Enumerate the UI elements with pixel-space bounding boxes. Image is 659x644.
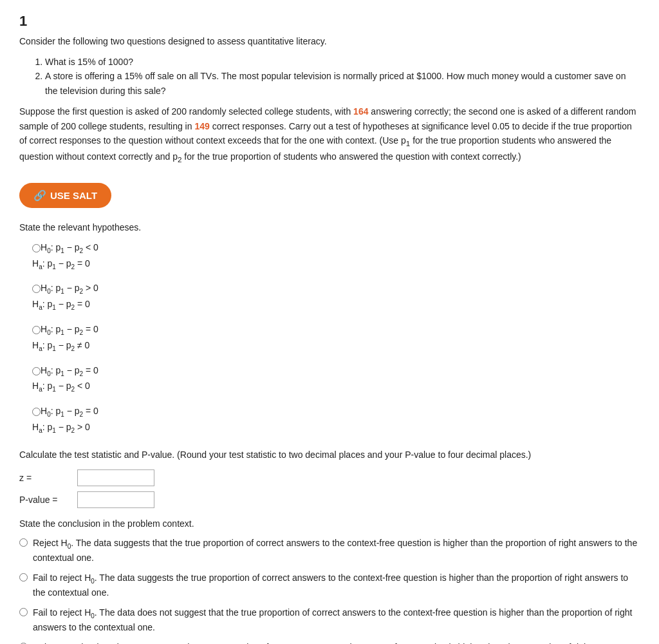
intro-text: Consider the following two questions des… xyxy=(19,35,640,48)
body-text: Suppose the first question is asked of 2… xyxy=(19,104,640,166)
hypothesis-option-2-h0: H0: p1 − p2 > 0 xyxy=(32,281,640,297)
conclusion-text-4: Reject H0. The data does not suggest the… xyxy=(33,641,640,644)
hypothesis-option-3: H0: p1 − p2 = 0 Ha: p1 − p2 ≠ 0 xyxy=(32,322,640,354)
conclusion-radio-2[interactable] xyxy=(19,573,28,582)
use-salt-button[interactable]: 🔗 USE SALT xyxy=(19,183,111,208)
list-item-2: A store is offering a 15% off sale on al… xyxy=(45,69,640,98)
conclusion-option-3: Fail to reject H0. The data does not sug… xyxy=(19,606,640,634)
z-input[interactable] xyxy=(77,469,154,486)
hypothesis-options: H0: p1 − p2 < 0 Ha: p1 − p2 = 0 H0: p1 −… xyxy=(32,240,640,436)
conclusion-radio-1[interactable] xyxy=(19,538,28,547)
z-label: z = xyxy=(19,473,77,483)
pvalue-label: P-value = xyxy=(19,495,77,505)
hypothesis-radio-5[interactable] xyxy=(32,408,41,416)
hypothesis-radio-3[interactable] xyxy=(32,326,41,334)
hypothesis-option-5-ha: Ha: p1 − p2 > 0 xyxy=(32,420,640,436)
body-after-p2: for the true proportion of students who … xyxy=(181,151,521,162)
numbered-list: What is 15% of 1000? A store is offering… xyxy=(45,55,640,98)
hypothesis-option-4-h0: H0: p1 − p2 = 0 xyxy=(32,363,640,379)
pvalue-input-row: P-value = xyxy=(19,491,640,508)
calculate-label: Calculate the test statistic and P-value… xyxy=(19,448,640,462)
conclusion-option-4: Reject H0. The data does not suggest the… xyxy=(19,641,640,644)
calculate-section: Calculate the test statistic and P-value… xyxy=(19,448,640,508)
hypothesis-radio-2[interactable] xyxy=(32,285,41,293)
conclusion-radio-3[interactable] xyxy=(19,608,28,616)
hypothesis-option-2-ha: Ha: p1 − p2 = 0 xyxy=(32,297,640,313)
hypothesis-radio-4[interactable] xyxy=(32,367,41,375)
hypothesis-option-1-h0: H0: p1 − p2 < 0 xyxy=(32,240,640,256)
conclusion-option-2: Fail to reject H0. The data suggests the… xyxy=(19,571,640,600)
hypothesis-option-4-ha: Ha: p1 − p2 < 0 xyxy=(32,379,640,395)
hypothesis-section-label: State the relevant hypotheses. xyxy=(19,222,640,232)
hypothesis-radio-1[interactable] xyxy=(32,244,41,252)
conclusion-text-1: Reject H0. The data suggests that the tr… xyxy=(33,536,640,565)
conclusion-section: State the conclusion in the problem cont… xyxy=(19,518,640,644)
hypothesis-option-3-ha: Ha: p1 − p2 ≠ 0 xyxy=(32,338,640,354)
conclusion-text-3: Fail to reject H0. The data does not sug… xyxy=(33,606,640,634)
list-item-1: What is 15% of 1000? xyxy=(45,55,640,69)
hypothesis-option-5: H0: p1 − p2 = 0 Ha: p1 − p2 > 0 xyxy=(32,404,640,436)
hypothesis-option-1-ha: Ha: p1 − p2 = 0 xyxy=(32,256,640,272)
z-input-row: z = xyxy=(19,469,640,486)
body-before-164: Suppose the first question is asked of 2… xyxy=(19,106,353,117)
hypothesis-option-1: H0: p1 − p2 < 0 Ha: p1 − p2 = 0 xyxy=(32,240,640,272)
pvalue-input[interactable] xyxy=(77,491,154,508)
question-number: 1 xyxy=(19,13,640,30)
hypothesis-option-5-h0: H0: p1 − p2 = 0 xyxy=(32,404,640,420)
salt-icon: 🔗 xyxy=(33,189,46,202)
hypothesis-option-2: H0: p1 − p2 > 0 Ha: p1 − p2 = 0 xyxy=(32,281,640,313)
hypothesis-option-3-h0: H0: p1 − p2 = 0 xyxy=(32,322,640,338)
hypothesis-option-4: H0: p1 − p2 = 0 Ha: p1 − p2 < 0 xyxy=(32,363,640,395)
number-149: 149 xyxy=(194,121,209,131)
conclusion-option-1: Reject H0. The data suggests that the tr… xyxy=(19,536,640,565)
salt-button-label: USE SALT xyxy=(50,190,97,201)
conclusion-text-2: Fail to reject H0. The data suggests the… xyxy=(33,571,640,600)
conclusion-label: State the conclusion in the problem cont… xyxy=(19,518,640,529)
number-164: 164 xyxy=(353,106,368,117)
